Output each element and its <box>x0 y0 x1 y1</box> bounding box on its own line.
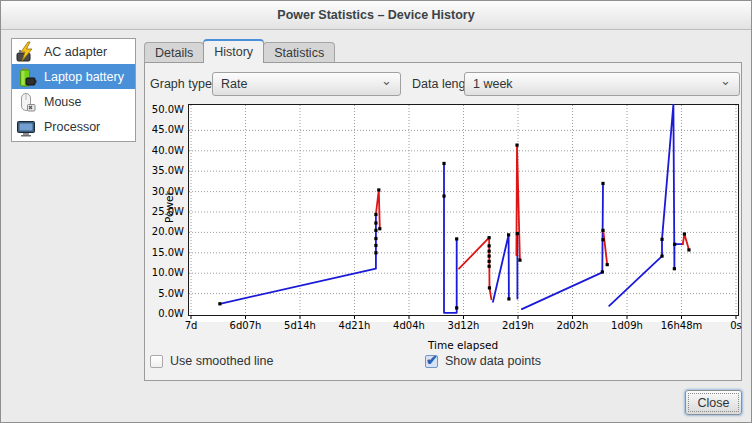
processor-icon <box>15 116 37 138</box>
data-length-combobox[interactable]: 1 week ⌄ <box>464 72 740 96</box>
x-tick-label: 6d07h <box>221 320 271 331</box>
y-tick-label: 0.0W <box>146 308 184 319</box>
device-item-label: Processor <box>44 120 100 134</box>
y-tick-label: 10.0W <box>146 267 184 278</box>
use-smoothed-line-checkbox[interactable] <box>150 355 163 368</box>
y-tick-label: 50.0W <box>146 104 184 115</box>
y-tick-label: 25.0W <box>146 206 184 217</box>
x-tick-label: 4d21h <box>330 320 380 331</box>
use-smoothed-line-label: Use smoothed line <box>170 354 274 368</box>
smoothed-line-option: Use smoothed line <box>150 354 274 368</box>
tab-history[interactable]: History <box>203 39 264 63</box>
graph-type-combobox[interactable]: Rate ⌄ <box>212 72 401 96</box>
notebook-tabs: Details History Statistics <box>144 39 334 63</box>
window-title: Power Statistics – Device History <box>277 8 474 22</box>
show-data-points-checkbox[interactable] <box>425 355 438 368</box>
y-tick-label: 20.0W <box>146 226 184 237</box>
show-data-points-label: Show data points <box>445 354 541 368</box>
y-tick-label: 45.0W <box>146 124 184 135</box>
x-tick-label: 2d02h <box>548 320 598 331</box>
x-tick-label: 0s <box>711 320 752 331</box>
x-tick-label: 1d09h <box>602 320 652 331</box>
history-tab-page: Graph type: Rate ⌄ Data length: 1 week ⌄… <box>144 62 742 381</box>
device-item-label: Mouse <box>44 95 82 109</box>
x-tick-label: 3d12h <box>439 320 489 331</box>
y-tick-label: 30.0W <box>146 186 184 197</box>
y-tick-label: 5.0W <box>146 288 184 299</box>
graph-type-label: Graph type: <box>150 77 215 91</box>
x-axis-title: Time elapsed <box>403 339 523 351</box>
chevron-down-icon: ⌄ <box>381 77 392 85</box>
chart-svg <box>188 104 739 322</box>
y-tick-label: 35.0W <box>146 165 184 176</box>
data-points-option: Show data points <box>425 354 541 368</box>
mouse-icon <box>15 91 37 113</box>
battery-icon <box>15 66 37 88</box>
power-statistics-window: Power Statistics – Device History AC ada… <box>0 0 752 423</box>
x-tick-label: 16h48m <box>657 320 707 331</box>
titlebar[interactable]: Power Statistics – Device History <box>1 1 751 30</box>
device-item-laptop-battery[interactable]: Laptop battery <box>12 64 135 89</box>
graph-type-value: Rate <box>221 77 381 91</box>
tab-details[interactable]: Details <box>144 42 204 63</box>
chevron-down-icon: ⌄ <box>720 77 731 85</box>
device-list: AC adapter Laptop battery Mouse <box>11 38 136 142</box>
device-item-label: Laptop battery <box>44 70 124 84</box>
device-item-ac-adapter[interactable]: AC adapter <box>12 39 135 64</box>
x-tick-label: 4d04h <box>384 320 434 331</box>
data-length-value: 1 week <box>473 77 720 91</box>
y-tick-label: 40.0W <box>146 145 184 156</box>
x-tick-label: 7d <box>166 320 216 331</box>
device-item-mouse[interactable]: Mouse <box>12 89 135 114</box>
x-tick-label: 5d14h <box>275 320 325 331</box>
device-item-processor[interactable]: Processor <box>12 114 135 139</box>
tab-statistics[interactable]: Statistics <box>263 42 335 63</box>
device-item-label: AC adapter <box>44 45 107 59</box>
ac-adapter-icon <box>15 41 37 63</box>
y-tick-label: 15.0W <box>146 247 184 258</box>
close-button[interactable]: Close <box>685 390 742 415</box>
x-tick-label: 2d19h <box>493 320 543 331</box>
